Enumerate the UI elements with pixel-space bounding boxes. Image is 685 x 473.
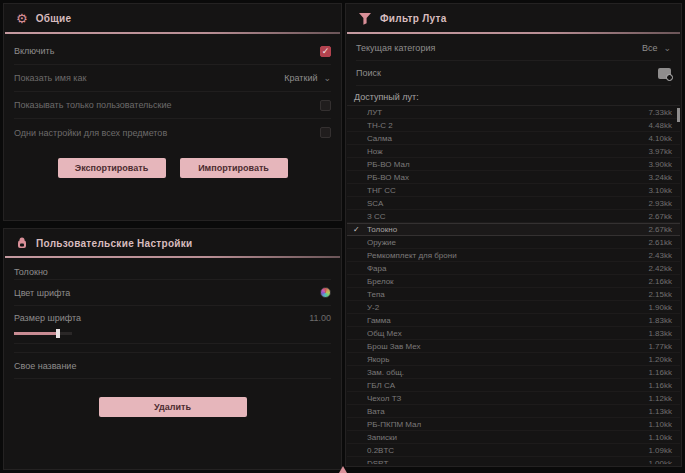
item-name: 0.2BTC (367, 446, 648, 455)
item-value: 1.09kk (648, 446, 672, 455)
item-value: 1.12kk (648, 394, 672, 403)
item-name: Общ Мех (367, 329, 648, 338)
loot-item-row[interactable]: Общ Мех1.83kk (347, 327, 680, 340)
loot-item-row[interactable]: Оружие2.61kk (347, 236, 680, 249)
loot-item-row[interactable]: Салма4.10kk (347, 132, 680, 145)
item-value: 7.33kk (648, 108, 672, 117)
loot-item-row[interactable]: РБ-ВО Мал3.90kk (347, 158, 680, 171)
chevron-down-icon: ⌄ (663, 43, 671, 53)
font-color-row: Цвет шрифта (14, 279, 331, 306)
same-settings-checkbox[interactable] (320, 127, 331, 138)
item-value: 2.16kk (648, 277, 672, 286)
item-name: У-2 (367, 303, 648, 312)
loot-item-row[interactable]: DSPT1.00kk (347, 457, 680, 464)
item-name: Толокно (367, 225, 648, 234)
category-value: Все (642, 43, 658, 53)
same-settings-row: Одни настройки для всех предметов (14, 119, 331, 146)
chevron-down-icon: ⌄ (323, 73, 331, 83)
loot-item-row[interactable]: Зам. общ.1.16kk (347, 366, 680, 379)
custom-settings-header: Пользовательские Настройки (4, 229, 341, 256)
loot-item-row[interactable]: РБ-ПКПМ Мал1.10kk (347, 418, 680, 431)
category-select[interactable]: Все ⌄ (642, 43, 671, 53)
slider-handle[interactable] (56, 329, 60, 338)
loot-item-row[interactable]: Записки1.10kk (347, 431, 680, 444)
loot-item-row[interactable]: Брош Зав Мех1.77kk (347, 340, 680, 353)
font-size-value: 11.00 (309, 313, 331, 323)
item-name: РБ-ВО Мах (367, 173, 648, 182)
funnel-icon (358, 12, 372, 25)
resize-handle[interactable] (339, 466, 347, 473)
custom-only-label: Показывать только пользовательские (14, 100, 172, 110)
item-name: Записки (367, 433, 648, 442)
loot-item-row[interactable]: ТНГ СС3.10kk (347, 184, 680, 197)
loot-filter-title: Фильтр Лута (380, 13, 447, 24)
loot-item-row[interactable]: ✓Толокно2.67kk (347, 223, 680, 236)
item-value: 2.67kk (648, 212, 672, 221)
category-label: Текущая категория (356, 43, 435, 53)
item-value: 1.00kk (648, 459, 672, 465)
item-value: 2.43kk (648, 251, 672, 260)
loot-filter-header: Фильтр Лута (346, 4, 681, 32)
item-name: Фара (367, 264, 648, 273)
loot-item-row[interactable]: 0.2BTC1.09kk (347, 444, 680, 457)
loot-item-row[interactable]: ЛУТ7.33kk (347, 106, 680, 119)
item-name: Ремкомплект для брони (367, 251, 648, 260)
item-value: 1.83kk (648, 329, 672, 338)
enable-checkbox[interactable]: ✓ (320, 46, 331, 57)
item-value: 1.10kk (648, 433, 672, 442)
loot-item-row[interactable]: Якорь1.20kk (347, 353, 680, 366)
item-value: 3.90kk (648, 160, 672, 169)
item-name: З СС (367, 212, 648, 221)
delete-button[interactable]: Удалить (99, 397, 247, 417)
loot-item-row[interactable]: З СС2.67kk (347, 210, 680, 223)
font-size-slider[interactable] (14, 332, 72, 335)
font-size-row: Размер шрифта 11.00 (14, 306, 331, 344)
loot-item-row[interactable]: Брелок2.16kk (347, 275, 680, 288)
item-checkbox[interactable]: ✓ (353, 225, 367, 234)
search-icon[interactable] (658, 68, 671, 79)
loot-item-row[interactable]: Вата1.13kk (347, 405, 680, 418)
name-mode-row: Показать имя как Краткий ⌄ (14, 65, 331, 92)
export-button[interactable]: Экспортировать (58, 158, 166, 178)
loot-item-row[interactable]: У-21.90kk (347, 301, 680, 314)
item-value: 2.93kk (648, 199, 672, 208)
loot-item-row[interactable]: Тепа2.15kk (347, 288, 680, 301)
font-size-label: Размер шрифта (14, 313, 81, 323)
loot-list[interactable]: ЛУТ7.33kkТН-С 24.48kkСалма4.10kkНож3.97k… (347, 105, 680, 464)
item-value: 4.10kk (648, 134, 672, 143)
item-name: Вата (367, 407, 648, 416)
loot-item-row[interactable]: SCA2.93kk (347, 197, 680, 210)
loot-item-row[interactable]: Гамма1.83kk (347, 314, 680, 327)
import-button[interactable]: Импортировать (180, 158, 288, 178)
loot-filter-panel: Фильтр Лута Текущая категория Все ⌄ Поис… (345, 3, 682, 467)
font-color-label: Цвет шрифта (14, 288, 70, 298)
custom-name-field[interactable]: Свое название (14, 352, 331, 379)
slider-fill (14, 332, 58, 335)
loot-item-row[interactable]: Нож3.97kk (347, 145, 680, 158)
search-input[interactable]: Поиск (356, 68, 381, 78)
right-column: Фильтр Лута Текущая категория Все ⌄ Поис… (345, 3, 682, 470)
name-mode-select[interactable]: Краткий ⌄ (284, 73, 331, 83)
item-name: ТНГ СС (367, 186, 648, 195)
item-value: 1.90kk (648, 303, 672, 312)
item-value: 1.16kk (648, 381, 672, 390)
scrollbar-thumb[interactable] (677, 108, 680, 122)
backpack-icon (16, 237, 28, 249)
custom-only-checkbox[interactable] (320, 100, 331, 111)
general-panel: ⚙ Общие Включить ✓ Показать имя как Крат… (3, 3, 342, 221)
item-name: ЛУТ (367, 108, 648, 117)
loot-item-row[interactable]: РБ-ВО Мах3.24kk (347, 171, 680, 184)
loot-item-row[interactable]: ГБЛ СА1.16kk (347, 379, 680, 392)
loot-item-row[interactable]: Ремкомплект для брони2.43kk (347, 249, 680, 262)
custom-settings-panel: Пользовательские Настройки Толокно Цвет … (3, 228, 342, 470)
loot-item-row[interactable]: ТН-С 24.48kk (347, 119, 680, 132)
item-name: Брош Зав Мех (367, 342, 648, 351)
item-value: 2.67kk (648, 225, 672, 234)
item-value: 1.10kk (648, 420, 672, 429)
name-mode-value: Краткий (284, 73, 317, 83)
color-picker-icon[interactable] (320, 287, 331, 298)
enable-label: Включить (14, 46, 54, 56)
gear-icon: ⚙ (16, 12, 28, 25)
loot-item-row[interactable]: Фара2.42kk (347, 262, 680, 275)
loot-item-row[interactable]: Чехол ТЗ1.12kk (347, 392, 680, 405)
